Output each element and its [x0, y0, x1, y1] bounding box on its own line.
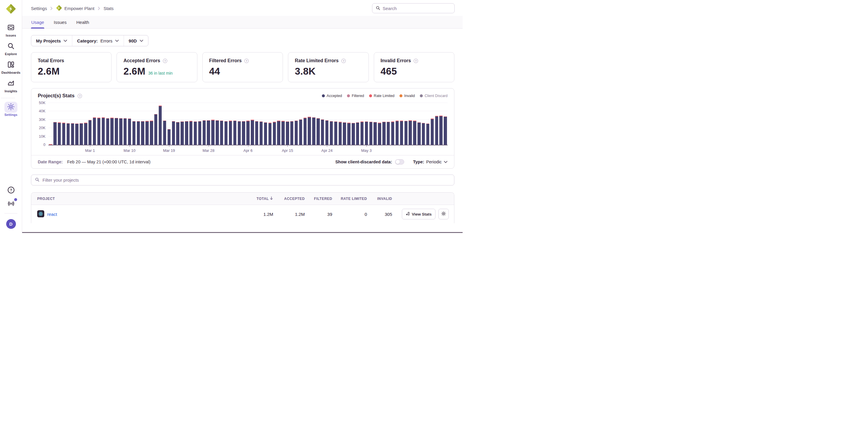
- chart-bar[interactable]: [97, 117, 100, 145]
- tab-usage[interactable]: Usage: [31, 16, 44, 28]
- chart-bar[interactable]: [356, 122, 359, 145]
- tab-health[interactable]: Health: [76, 16, 89, 28]
- project-filter-input[interactable]: [42, 177, 451, 182]
- avatar[interactable]: D: [6, 219, 16, 229]
- chart-bar[interactable]: [255, 121, 258, 145]
- chart-bar[interactable]: [128, 119, 131, 145]
- chart-bar[interactable]: [58, 122, 61, 145]
- col-invalid-header[interactable]: INVALID: [367, 197, 392, 201]
- chart-bar[interactable]: [365, 122, 368, 145]
- help-circle-icon[interactable]: ?: [77, 94, 82, 99]
- col-total-header[interactable]: TOTAL: [257, 196, 273, 201]
- chart-bar[interactable]: [154, 114, 157, 145]
- chart-bar[interactable]: [269, 123, 272, 145]
- tab-issues[interactable]: Issues: [53, 16, 67, 28]
- chart-bar[interactable]: [102, 117, 105, 145]
- chart-bar[interactable]: [396, 121, 399, 145]
- chart-bar[interactable]: [431, 119, 434, 145]
- org-logo-icon[interactable]: [6, 4, 16, 15]
- chart-bar[interactable]: [444, 116, 447, 145]
- chart-bar[interactable]: [286, 122, 289, 145]
- chart-bar[interactable]: [382, 122, 385, 145]
- chart-bar[interactable]: [404, 121, 407, 145]
- chart-bar[interactable]: [224, 121, 227, 145]
- chart-bar[interactable]: [264, 122, 267, 145]
- chart-bar[interactable]: [281, 121, 284, 145]
- legend-client-discard[interactable]: Client Discard: [420, 94, 447, 98]
- chart-bar[interactable]: [387, 122, 390, 145]
- col-filtered-header[interactable]: FILTERED: [305, 197, 332, 201]
- chart-bar[interactable]: [299, 120, 302, 145]
- project-settings-button[interactable]: [438, 209, 449, 220]
- chart-bar[interactable]: [295, 121, 298, 145]
- chart-bar[interactable]: [53, 122, 56, 145]
- chart-bar[interactable]: [435, 116, 438, 145]
- category-selector[interactable]: Category: Errors: [72, 35, 124, 46]
- chart-bar[interactable]: [330, 121, 333, 145]
- chart-bar[interactable]: [71, 123, 74, 145]
- chart-bar[interactable]: [220, 121, 223, 145]
- sidebar-item-settings[interactable]: Settings: [1, 103, 21, 116]
- help-circle-icon[interactable]: ?: [341, 58, 346, 63]
- col-accepted-header[interactable]: ACCEPTED: [273, 197, 305, 201]
- chart-bar[interactable]: [172, 121, 175, 145]
- chart-bar[interactable]: [369, 122, 372, 145]
- chart-bar[interactable]: [339, 122, 342, 145]
- chart-bar[interactable]: [89, 120, 91, 145]
- chart-bar[interactable]: [75, 124, 78, 145]
- chart-bar[interactable]: [189, 121, 192, 145]
- chart-bar[interactable]: [62, 123, 65, 145]
- chart-bar[interactable]: [150, 121, 153, 145]
- chart-bar[interactable]: [124, 118, 127, 145]
- help-circle-icon[interactable]: ?: [162, 58, 167, 63]
- sidebar-item-insights[interactable]: Insights: [1, 79, 21, 93]
- legend-accepted[interactable]: Accepted: [322, 94, 342, 98]
- chart-bar[interactable]: [115, 118, 118, 145]
- chart-bar[interactable]: [106, 118, 109, 145]
- chart-bar[interactable]: [409, 120, 411, 145]
- chart-bar[interactable]: [352, 123, 354, 145]
- chart-bar[interactable]: [413, 121, 416, 145]
- help-circle-icon[interactable]: ?: [413, 58, 418, 63]
- search-input[interactable]: [383, 6, 451, 11]
- project-filter[interactable]: [31, 174, 454, 186]
- chart-bar[interactable]: [347, 123, 350, 145]
- chart-bar[interactable]: [119, 118, 122, 145]
- sidebar-item-issues[interactable]: Issues: [1, 24, 21, 37]
- chart-bar[interactable]: [198, 121, 201, 145]
- chart-bar[interactable]: [334, 122, 337, 145]
- chart-bar[interactable]: [84, 123, 87, 145]
- chart-bar[interactable]: [374, 122, 376, 145]
- chart-bar[interactable]: [242, 121, 245, 145]
- chart-bar[interactable]: [343, 122, 346, 145]
- help-circle-icon[interactable]: ?: [244, 58, 249, 63]
- col-rate-limited-header[interactable]: RATE LIMITED: [332, 197, 367, 201]
- breadcrumb-settings[interactable]: Settings: [31, 6, 47, 11]
- chart-bar[interactable]: [211, 120, 214, 145]
- legend-rate-limited[interactable]: Rate Limited: [369, 94, 395, 98]
- sidebar-item-explore[interactable]: Explore: [1, 42, 21, 56]
- view-stats-button[interactable]: View Stats: [402, 209, 435, 220]
- chart-bar[interactable]: [194, 122, 197, 145]
- chart-bar[interactable]: [246, 121, 249, 145]
- type-selector[interactable]: Type: Periodic: [413, 160, 447, 164]
- chart-bar[interactable]: [361, 122, 364, 145]
- chart-bar[interactable]: [181, 122, 184, 145]
- chart-bar[interactable]: [317, 118, 319, 145]
- sidebar-item-dashboards[interactable]: Dashboards: [1, 61, 21, 74]
- chart-bar[interactable]: [137, 121, 140, 145]
- chart-bar[interactable]: [290, 121, 293, 145]
- chart-bar[interactable]: [80, 123, 83, 145]
- date-period-selector[interactable]: 90D: [124, 35, 148, 46]
- help-icon[interactable]: ?: [7, 186, 15, 194]
- chart-bar[interactable]: [238, 121, 241, 145]
- chart-bar[interactable]: [400, 121, 403, 145]
- chart-bar[interactable]: [326, 120, 329, 145]
- chart-bar[interactable]: [216, 120, 219, 145]
- chart-bar[interactable]: [207, 120, 210, 145]
- chart-bar[interactable]: [167, 129, 170, 145]
- broadcast-icon[interactable]: [7, 200, 15, 208]
- chart-bar[interactable]: [308, 117, 311, 145]
- chart-bar[interactable]: [260, 122, 262, 145]
- chart-bar[interactable]: [426, 124, 429, 145]
